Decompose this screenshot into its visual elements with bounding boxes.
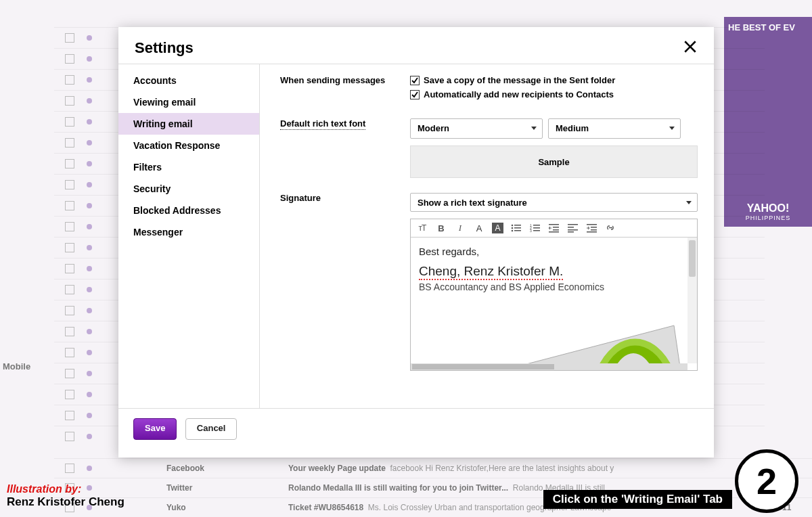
svg-rect-16 xyxy=(553,229,559,231)
mobile-label: Mobile xyxy=(3,361,30,372)
svg-rect-15 xyxy=(553,227,559,228)
dialog-header: Settings xyxy=(118,27,714,64)
svg-rect-14 xyxy=(549,224,559,225)
svg-rect-19 xyxy=(568,227,574,228)
indent-icon[interactable] xyxy=(586,222,598,234)
font-family-value: Modern xyxy=(418,123,449,133)
step-caption: Click on the 'Writing Email' Tab xyxy=(543,490,732,509)
nav-accounts[interactable]: Accounts xyxy=(118,70,259,91)
svg-rect-18 xyxy=(568,224,578,225)
settings-nav: Accounts Viewing email Writing email Vac… xyxy=(118,64,260,408)
settings-content: When sending messages Save a copy of the… xyxy=(260,64,714,408)
signature-image xyxy=(484,319,687,370)
svg-text:3: 3 xyxy=(530,229,532,233)
svg-rect-3 xyxy=(514,225,521,226)
font-family-select[interactable]: Modern xyxy=(410,118,543,139)
save-copy-label: Save a copy of the message in the Sent f… xyxy=(424,75,615,85)
add-recipients-checkbox[interactable]: Automatically add new recipients to Cont… xyxy=(410,89,698,99)
step-number: 2 xyxy=(735,449,798,513)
font-sample: Sample xyxy=(410,145,698,178)
illustration-label: Illustration by: xyxy=(7,483,125,495)
nav-messenger[interactable]: Messenger xyxy=(118,221,259,243)
outdent-icon[interactable] xyxy=(548,222,560,234)
editor-toolbar: тT B I A A 123 xyxy=(411,219,697,238)
svg-rect-13 xyxy=(533,230,540,231)
svg-rect-17 xyxy=(549,231,559,233)
bold-icon[interactable]: B xyxy=(435,222,447,234)
dialog-footer: Save Cancel xyxy=(118,408,714,449)
vertical-scrollbar[interactable] xyxy=(687,238,697,363)
svg-rect-7 xyxy=(514,230,521,231)
checkbox-checked-icon xyxy=(410,90,420,99)
nav-filters[interactable]: Filters xyxy=(118,156,259,178)
bullet-list-icon[interactable] xyxy=(510,222,522,234)
signature-name: Cheng, Renz Kristofer M. xyxy=(419,264,563,280)
close-icon[interactable] xyxy=(683,39,698,54)
caret-down-icon xyxy=(669,127,675,130)
svg-rect-24 xyxy=(591,229,597,231)
save-button[interactable]: Save xyxy=(133,418,177,440)
caret-down-icon xyxy=(686,201,692,204)
font-size-value: Medium xyxy=(556,123,589,133)
settings-dialog: Settings Accounts Viewing email Writing … xyxy=(118,27,714,457)
svg-rect-0 xyxy=(411,76,420,85)
align-left-icon[interactable] xyxy=(567,222,579,234)
svg-rect-5 xyxy=(514,227,521,229)
svg-rect-1 xyxy=(411,90,420,99)
save-copy-checkbox[interactable]: Save a copy of the message in the Sent f… xyxy=(410,75,698,85)
svg-rect-20 xyxy=(568,229,578,231)
caret-down-icon xyxy=(531,127,537,130)
nav-viewing-email[interactable]: Viewing email xyxy=(118,91,259,113)
default-font-label: Default rich text font xyxy=(280,118,365,130)
svg-rect-21 xyxy=(568,231,574,233)
signature-greeting: Best regards, xyxy=(419,246,689,257)
add-recipients-label: Automatically add new recipients to Cont… xyxy=(424,89,614,99)
link-icon[interactable] xyxy=(605,222,617,234)
font-size-select[interactable]: Medium xyxy=(548,118,681,139)
nav-vacation-response[interactable]: Vacation Response xyxy=(118,135,259,156)
svg-rect-25 xyxy=(587,231,597,233)
nav-writing-email[interactable]: Writing email xyxy=(118,113,259,135)
bg-mail-row: Facebook Your weekly Page update faceboo… xyxy=(54,458,812,478)
editor-body[interactable]: Best regards, Cheng, Renz Kristofer M. B… xyxy=(411,238,697,370)
svg-rect-11 xyxy=(533,227,540,229)
svg-rect-23 xyxy=(591,227,597,228)
signature-subtitle: BS Accountancy and BS Applied Economics xyxy=(419,282,689,292)
svg-point-6 xyxy=(512,230,514,232)
signature-editor: тT B I A A 123 xyxy=(410,219,698,371)
illustration-author: Renz Kristofer Cheng xyxy=(7,495,125,509)
signature-mode-value: Show a rich text signature xyxy=(418,198,527,208)
checkbox-checked-icon xyxy=(410,76,420,85)
horizontal-scrollbar[interactable] xyxy=(411,363,687,370)
illustration-credit: Illustration by: Renz Kristofer Cheng xyxy=(7,483,125,509)
nav-blocked-addresses[interactable]: Blocked Addresses xyxy=(118,200,259,221)
cancel-button[interactable]: Cancel xyxy=(185,418,238,440)
signature-mode-select[interactable]: Show a rich text signature xyxy=(410,193,698,212)
nav-security[interactable]: Security xyxy=(118,178,259,200)
svg-rect-22 xyxy=(587,224,597,225)
svg-point-2 xyxy=(512,225,514,227)
svg-point-4 xyxy=(512,227,514,229)
numbered-list-icon[interactable]: 123 xyxy=(529,222,541,234)
text-size-icon[interactable]: тT xyxy=(416,222,428,234)
signature-label: Signature xyxy=(280,193,410,203)
font-color-icon[interactable]: A xyxy=(473,222,485,234)
sending-messages-label: When sending messages xyxy=(280,75,410,85)
dialog-title: Settings xyxy=(135,39,194,57)
highlight-icon[interactable]: A xyxy=(492,223,503,233)
italic-icon[interactable]: I xyxy=(454,222,466,234)
svg-rect-9 xyxy=(533,225,540,226)
